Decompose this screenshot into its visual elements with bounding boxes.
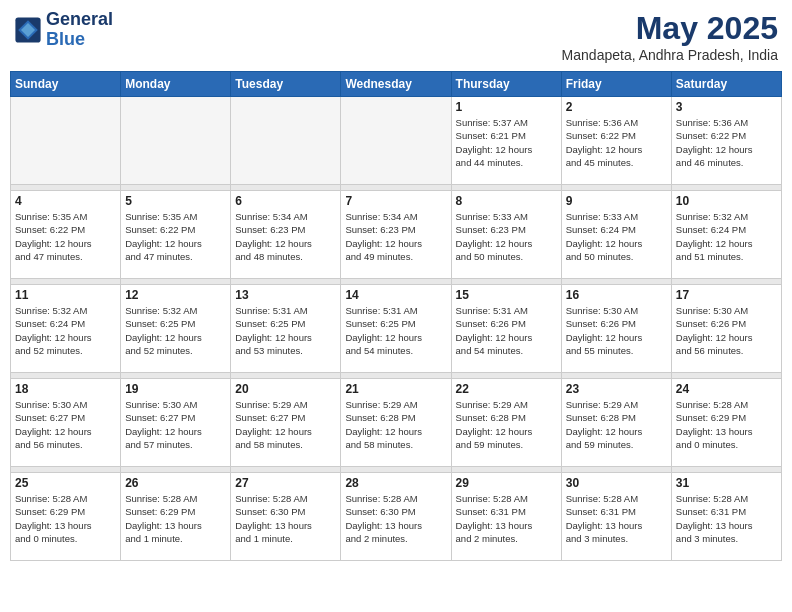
day-detail: Sunrise: 5:31 AM Sunset: 6:26 PM Dayligh… [456, 304, 557, 357]
day-number: 23 [566, 382, 667, 396]
day-detail: Sunrise: 5:28 AM Sunset: 6:30 PM Dayligh… [235, 492, 336, 545]
day-detail: Sunrise: 5:28 AM Sunset: 6:29 PM Dayligh… [15, 492, 116, 545]
day-number: 31 [676, 476, 777, 490]
calendar-cell [121, 97, 231, 185]
calendar-week-row: 18Sunrise: 5:30 AM Sunset: 6:27 PM Dayli… [11, 379, 782, 467]
calendar-cell: 17Sunrise: 5:30 AM Sunset: 6:26 PM Dayli… [671, 285, 781, 373]
day-number: 7 [345, 194, 446, 208]
calendar-cell: 13Sunrise: 5:31 AM Sunset: 6:25 PM Dayli… [231, 285, 341, 373]
logo-icon [14, 16, 42, 44]
day-detail: Sunrise: 5:33 AM Sunset: 6:23 PM Dayligh… [456, 210, 557, 263]
day-detail: Sunrise: 5:37 AM Sunset: 6:21 PM Dayligh… [456, 116, 557, 169]
calendar-title: May 2025 [562, 10, 778, 47]
day-number: 24 [676, 382, 777, 396]
calendar-week-row: 25Sunrise: 5:28 AM Sunset: 6:29 PM Dayli… [11, 473, 782, 561]
day-detail: Sunrise: 5:28 AM Sunset: 6:31 PM Dayligh… [566, 492, 667, 545]
day-detail: Sunrise: 5:36 AM Sunset: 6:22 PM Dayligh… [566, 116, 667, 169]
day-number: 29 [456, 476, 557, 490]
day-number: 11 [15, 288, 116, 302]
calendar-cell: 19Sunrise: 5:30 AM Sunset: 6:27 PM Dayli… [121, 379, 231, 467]
weekday-header: Saturday [671, 72, 781, 97]
logo-line2: Blue [46, 30, 113, 50]
day-detail: Sunrise: 5:30 AM Sunset: 6:27 PM Dayligh… [15, 398, 116, 451]
calendar-cell: 28Sunrise: 5:28 AM Sunset: 6:30 PM Dayli… [341, 473, 451, 561]
day-number: 26 [125, 476, 226, 490]
day-number: 15 [456, 288, 557, 302]
calendar-cell [11, 97, 121, 185]
calendar-cell [341, 97, 451, 185]
calendar-cell: 5Sunrise: 5:35 AM Sunset: 6:22 PM Daylig… [121, 191, 231, 279]
day-number: 17 [676, 288, 777, 302]
day-number: 16 [566, 288, 667, 302]
day-detail: Sunrise: 5:31 AM Sunset: 6:25 PM Dayligh… [235, 304, 336, 357]
day-number: 13 [235, 288, 336, 302]
day-detail: Sunrise: 5:28 AM Sunset: 6:29 PM Dayligh… [676, 398, 777, 451]
weekday-header: Tuesday [231, 72, 341, 97]
day-detail: Sunrise: 5:34 AM Sunset: 6:23 PM Dayligh… [235, 210, 336, 263]
calendar-cell: 6Sunrise: 5:34 AM Sunset: 6:23 PM Daylig… [231, 191, 341, 279]
day-number: 2 [566, 100, 667, 114]
calendar-cell: 15Sunrise: 5:31 AM Sunset: 6:26 PM Dayli… [451, 285, 561, 373]
day-detail: Sunrise: 5:35 AM Sunset: 6:22 PM Dayligh… [15, 210, 116, 263]
calendar-cell: 1Sunrise: 5:37 AM Sunset: 6:21 PM Daylig… [451, 97, 561, 185]
day-number: 10 [676, 194, 777, 208]
calendar-cell: 26Sunrise: 5:28 AM Sunset: 6:29 PM Dayli… [121, 473, 231, 561]
calendar-cell: 16Sunrise: 5:30 AM Sunset: 6:26 PM Dayli… [561, 285, 671, 373]
day-detail: Sunrise: 5:29 AM Sunset: 6:27 PM Dayligh… [235, 398, 336, 451]
day-number: 28 [345, 476, 446, 490]
day-number: 25 [15, 476, 116, 490]
day-detail: Sunrise: 5:32 AM Sunset: 6:25 PM Dayligh… [125, 304, 226, 357]
calendar-cell: 9Sunrise: 5:33 AM Sunset: 6:24 PM Daylig… [561, 191, 671, 279]
day-number: 5 [125, 194, 226, 208]
day-detail: Sunrise: 5:29 AM Sunset: 6:28 PM Dayligh… [566, 398, 667, 451]
calendar-cell: 7Sunrise: 5:34 AM Sunset: 6:23 PM Daylig… [341, 191, 451, 279]
calendar-week-row: 1Sunrise: 5:37 AM Sunset: 6:21 PM Daylig… [11, 97, 782, 185]
calendar-cell: 22Sunrise: 5:29 AM Sunset: 6:28 PM Dayli… [451, 379, 561, 467]
logo: General Blue [14, 10, 113, 50]
calendar-cell: 29Sunrise: 5:28 AM Sunset: 6:31 PM Dayli… [451, 473, 561, 561]
calendar-cell: 31Sunrise: 5:28 AM Sunset: 6:31 PM Dayli… [671, 473, 781, 561]
day-number: 27 [235, 476, 336, 490]
day-number: 9 [566, 194, 667, 208]
day-detail: Sunrise: 5:28 AM Sunset: 6:29 PM Dayligh… [125, 492, 226, 545]
day-number: 4 [15, 194, 116, 208]
day-number: 30 [566, 476, 667, 490]
day-detail: Sunrise: 5:28 AM Sunset: 6:31 PM Dayligh… [456, 492, 557, 545]
calendar-cell: 11Sunrise: 5:32 AM Sunset: 6:24 PM Dayli… [11, 285, 121, 373]
day-detail: Sunrise: 5:36 AM Sunset: 6:22 PM Dayligh… [676, 116, 777, 169]
calendar-subtitle: Mandapeta, Andhra Pradesh, India [562, 47, 778, 63]
logo-text: General Blue [46, 10, 113, 50]
calendar-cell: 21Sunrise: 5:29 AM Sunset: 6:28 PM Dayli… [341, 379, 451, 467]
calendar-cell: 4Sunrise: 5:35 AM Sunset: 6:22 PM Daylig… [11, 191, 121, 279]
calendar-cell: 18Sunrise: 5:30 AM Sunset: 6:27 PM Dayli… [11, 379, 121, 467]
day-detail: Sunrise: 5:29 AM Sunset: 6:28 PM Dayligh… [456, 398, 557, 451]
day-detail: Sunrise: 5:34 AM Sunset: 6:23 PM Dayligh… [345, 210, 446, 263]
day-number: 14 [345, 288, 446, 302]
day-detail: Sunrise: 5:28 AM Sunset: 6:31 PM Dayligh… [676, 492, 777, 545]
weekday-header: Friday [561, 72, 671, 97]
weekday-header-row: SundayMondayTuesdayWednesdayThursdayFrid… [11, 72, 782, 97]
day-detail: Sunrise: 5:30 AM Sunset: 6:26 PM Dayligh… [566, 304, 667, 357]
weekday-header: Sunday [11, 72, 121, 97]
calendar-week-row: 11Sunrise: 5:32 AM Sunset: 6:24 PM Dayli… [11, 285, 782, 373]
day-detail: Sunrise: 5:35 AM Sunset: 6:22 PM Dayligh… [125, 210, 226, 263]
title-block: May 2025 Mandapeta, Andhra Pradesh, Indi… [562, 10, 778, 63]
day-detail: Sunrise: 5:31 AM Sunset: 6:25 PM Dayligh… [345, 304, 446, 357]
day-number: 3 [676, 100, 777, 114]
day-detail: Sunrise: 5:30 AM Sunset: 6:26 PM Dayligh… [676, 304, 777, 357]
day-number: 18 [15, 382, 116, 396]
day-detail: Sunrise: 5:28 AM Sunset: 6:30 PM Dayligh… [345, 492, 446, 545]
weekday-header: Thursday [451, 72, 561, 97]
calendar-cell: 24Sunrise: 5:28 AM Sunset: 6:29 PM Dayli… [671, 379, 781, 467]
day-number: 8 [456, 194, 557, 208]
calendar-table: SundayMondayTuesdayWednesdayThursdayFrid… [10, 71, 782, 561]
calendar-cell: 10Sunrise: 5:32 AM Sunset: 6:24 PM Dayli… [671, 191, 781, 279]
calendar-cell: 14Sunrise: 5:31 AM Sunset: 6:25 PM Dayli… [341, 285, 451, 373]
calendar-week-row: 4Sunrise: 5:35 AM Sunset: 6:22 PM Daylig… [11, 191, 782, 279]
calendar-cell: 20Sunrise: 5:29 AM Sunset: 6:27 PM Dayli… [231, 379, 341, 467]
day-number: 20 [235, 382, 336, 396]
calendar-cell: 12Sunrise: 5:32 AM Sunset: 6:25 PM Dayli… [121, 285, 231, 373]
day-detail: Sunrise: 5:32 AM Sunset: 6:24 PM Dayligh… [676, 210, 777, 263]
day-detail: Sunrise: 5:33 AM Sunset: 6:24 PM Dayligh… [566, 210, 667, 263]
weekday-header: Monday [121, 72, 231, 97]
